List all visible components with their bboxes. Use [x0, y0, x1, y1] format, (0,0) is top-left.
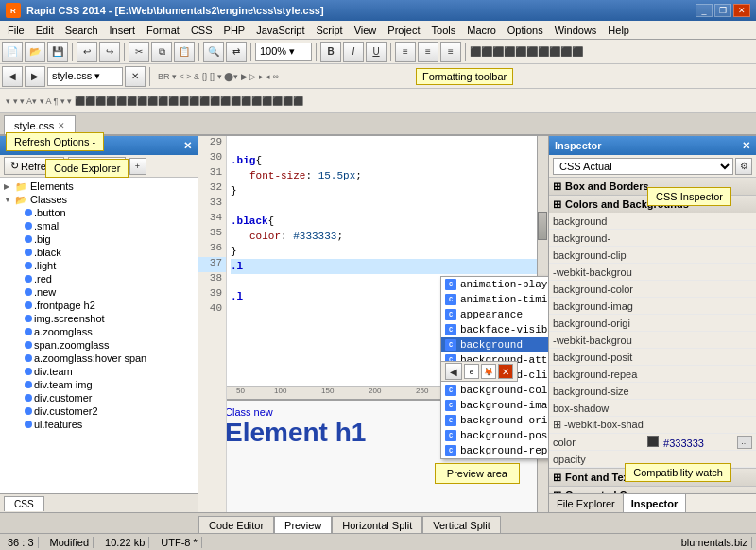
copy-button[interactable]: ⧉ — [151, 42, 172, 62]
ac-background-repeat[interactable]: C background-repeat — [441, 443, 548, 458]
menu-search[interactable]: Search — [60, 23, 104, 38]
tab-style-css[interactable]: style.css ✕ — [4, 115, 76, 134]
ac-background-image[interactable]: C background-image — [441, 398, 548, 413]
tree-item-div-team-img[interactable]: div.team img — [2, 378, 196, 391]
minimize-button[interactable]: _ — [696, 4, 713, 17]
close-button[interactable]: ✕ — [733, 4, 750, 17]
menu-javascript[interactable]: JavaScript — [250, 23, 310, 38]
new-element-button[interactable]: + — [129, 158, 146, 175]
tree-item-img-screenshot[interactable]: img.screenshot — [2, 312, 196, 325]
menu-project[interactable]: Project — [382, 23, 425, 38]
back-button[interactable]: ◀ — [2, 66, 23, 87]
inspector-row-background-clip[interactable]: background-clip — [549, 247, 756, 264]
horizontal-split-tab[interactable]: Horizontal Split — [332, 516, 422, 533]
tree-item-a-zoomglass-hover[interactable]: a.zoomglass:hover span — [2, 352, 196, 365]
inspector-row-color[interactable]: color #333333 … — [549, 434, 756, 451]
tree-item-new[interactable]: .new — [2, 285, 196, 299]
align-right-button[interactable]: ≡ — [440, 42, 461, 62]
replace-button[interactable]: ⇄ — [226, 42, 247, 62]
menu-insert[interactable]: Insert — [104, 23, 142, 38]
preview-tab[interactable]: Preview — [274, 516, 332, 533]
ac-animation-timing[interactable]: C animation-timing-function — [441, 292, 548, 307]
ac-background[interactable]: C background — [441, 337, 548, 352]
css-actual-dropdown[interactable]: CSS Actual — [553, 158, 733, 175]
menu-tools[interactable]: Tools — [426, 23, 462, 38]
new-button[interactable]: 📄 — [2, 42, 23, 62]
tree-item-button[interactable]: .button — [2, 206, 196, 219]
tab-close-icon[interactable]: ✕ — [58, 121, 65, 130]
undo-button[interactable]: ↩ — [77, 42, 97, 62]
browser-close-button[interactable]: ✕ — [498, 364, 513, 379]
ac-background-color[interactable]: C background-color — [441, 383, 548, 398]
tree-item-light[interactable]: .light — [2, 259, 196, 272]
align-center-button[interactable]: ≡ — [418, 42, 438, 62]
ac-background-position[interactable]: C background-position — [441, 428, 548, 443]
ac-appearance[interactable]: C appearance — [441, 307, 548, 322]
bold-button[interactable]: B — [320, 42, 341, 62]
zoom-dropdown[interactable]: 100% ▾ — [255, 43, 312, 61]
tree-item-big[interactable]: .big — [2, 232, 196, 246]
inspector-row-webkit-background2[interactable]: -webkit-backgrou — [549, 332, 756, 349]
open-button[interactable]: 📂 — [25, 42, 45, 62]
underline-button[interactable]: U — [366, 42, 387, 62]
menu-edit[interactable]: Edit — [30, 23, 60, 38]
cut-button[interactable]: ✂ — [129, 42, 149, 62]
tree-item-div-team[interactable]: div.team — [2, 365, 196, 378]
tree-item-a-zoomglass[interactable]: a.zoomglass — [2, 325, 196, 338]
tree-item-frontpage-h2[interactable]: .frontpage h2 — [2, 299, 196, 312]
css-tab[interactable]: CSS — [4, 496, 44, 511]
tree-item-div-customer2[interactable]: div.customer2 — [2, 404, 196, 418]
inspector-row-background[interactable]: background — [549, 213, 756, 230]
file-dropdown[interactable]: style.css ▾ — [47, 67, 123, 86]
tree-classes-group[interactable]: ▼ Classes — [2, 193, 196, 206]
restore-button[interactable]: ❐ — [714, 4, 731, 17]
code-explorer-close-icon[interactable]: ✕ — [183, 140, 192, 152]
find-button[interactable]: 🔍 — [203, 42, 224, 62]
forward-button[interactable]: ▶ — [25, 66, 45, 87]
inspector-more-button[interactable]: … — [737, 436, 752, 449]
inspector-close-icon[interactable]: ✕ — [742, 140, 750, 152]
tree-item-small[interactable]: .small — [2, 219, 196, 232]
ac-background-origin[interactable]: C background-origin — [441, 413, 548, 428]
menu-view[interactable]: View — [349, 23, 383, 38]
tree-item-span-zoomglass[interactable]: span.zoomglass — [2, 338, 196, 352]
paste-button[interactable]: 📋 — [174, 42, 195, 62]
inspector-row-webkit-background[interactable]: -webkit-backgrou — [549, 264, 756, 281]
vertical-split-tab[interactable]: Vertical Split — [422, 516, 501, 533]
menu-php[interactable]: PHP — [218, 23, 251, 38]
inspector-row-background-color[interactable]: background-color — [549, 281, 756, 298]
menu-script[interactable]: Script — [311, 23, 349, 38]
inspector-tab[interactable]: Inspector — [624, 494, 687, 512]
tree-item-red[interactable]: .red — [2, 272, 196, 285]
menu-format[interactable]: Format — [141, 23, 185, 38]
ac-animation-play-state[interactable]: C animation-play-state — [441, 277, 548, 292]
tree-item-ul-features[interactable]: ul.features — [2, 418, 196, 431]
menu-file[interactable]: File — [2, 23, 30, 38]
inspector-row-background-size[interactable]: background-size — [549, 383, 756, 400]
menu-css[interactable]: CSS — [185, 23, 218, 38]
file-explorer-tab[interactable]: File Explorer — [549, 494, 624, 512]
tree-item-black[interactable]: .black — [2, 246, 196, 259]
inspector-row-background2[interactable]: background- — [549, 230, 756, 247]
italic-button[interactable]: I — [343, 42, 364, 62]
inspector-row-background-image[interactable]: background-imag — [549, 298, 756, 315]
menu-macro[interactable]: Macro — [461, 23, 502, 38]
inspector-row-webkit-box-shadow[interactable]: ⊞ -webkit-box-shad — [549, 417, 756, 434]
browser-back-button[interactable]: ◀ — [445, 363, 462, 380]
tree-elements-group[interactable]: ▶ Elements — [2, 180, 196, 193]
inspector-settings-button[interactable]: ⚙ — [735, 158, 752, 175]
redo-button[interactable]: ↪ — [99, 42, 120, 62]
inspector-row-background-origin[interactable]: background-origi — [549, 315, 756, 332]
inspector-row-box-shadow[interactable]: box-shadow — [549, 400, 756, 417]
code-editor-tab[interactable]: Code Editor — [198, 516, 274, 533]
editor-scroll-thumb[interactable] — [538, 212, 547, 240]
ac-backface-visibility[interactable]: C backface-visibility — [441, 322, 548, 337]
save-button[interactable]: 💾 — [47, 42, 68, 62]
inspector-row-background-position[interactable]: background-posit — [549, 349, 756, 366]
align-left-button[interactable]: ≡ — [395, 42, 416, 62]
menu-help[interactable]: Help — [602, 23, 635, 38]
menu-windows[interactable]: Windows — [549, 23, 603, 38]
menu-options[interactable]: Options — [502, 23, 549, 38]
inspector-row-background-repeat[interactable]: background-repea — [549, 366, 756, 383]
close-tab-button[interactable]: ✕ — [125, 66, 146, 87]
